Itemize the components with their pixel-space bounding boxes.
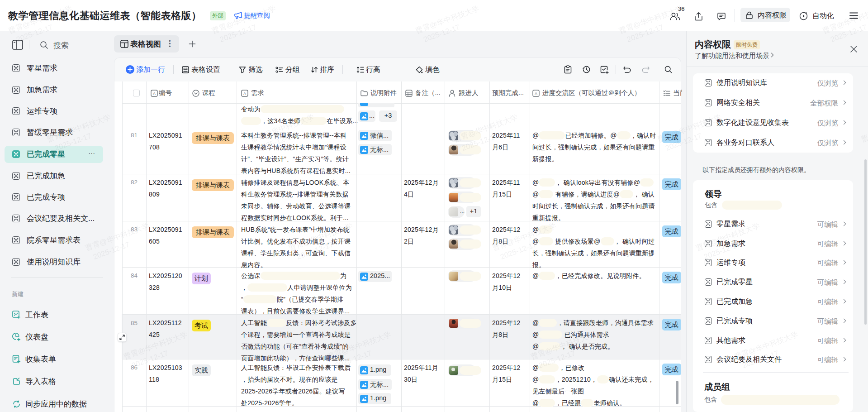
svg-text:A: A: [153, 91, 156, 96]
svg-text:A: A: [243, 91, 246, 96]
svg-text:A: A: [535, 91, 537, 96]
